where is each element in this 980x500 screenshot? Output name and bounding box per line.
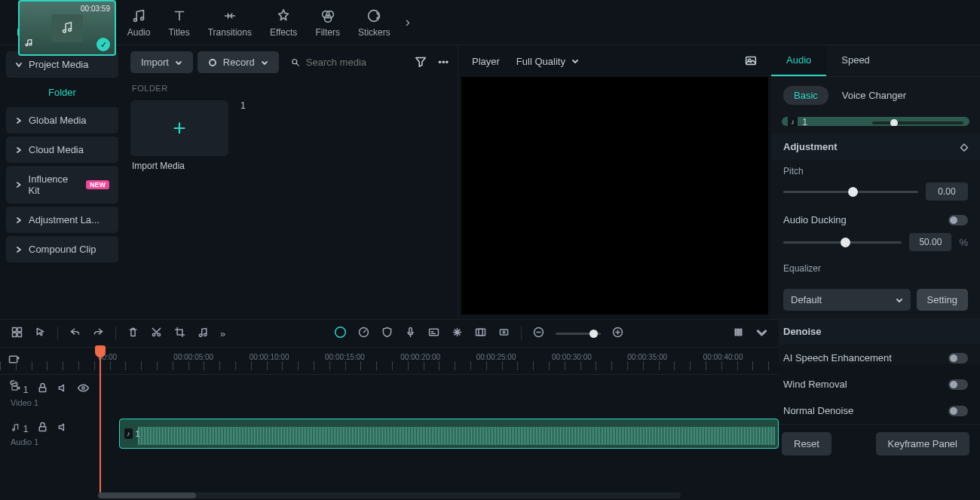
track-visibility-icon[interactable] <box>77 382 90 397</box>
ruler-mark: 00:00:35:00 <box>627 353 667 361</box>
tab-filters[interactable]: Filters <box>308 5 348 41</box>
video-track-icon: 1 <box>11 383 29 395</box>
select-tool-icon[interactable] <box>11 326 23 341</box>
filter-icon[interactable] <box>411 51 430 73</box>
sidebar-global-media[interactable]: Global Media <box>6 107 118 133</box>
pitch-slider[interactable] <box>783 191 918 193</box>
svg-rect-36 <box>476 329 485 336</box>
svg-point-9 <box>369 10 380 21</box>
audio-track-1: 1 Audio 1 ♪ 1 <box>6 414 779 453</box>
insert-icon[interactable] <box>498 326 510 341</box>
ducking-slider[interactable] <box>783 241 902 244</box>
wave-scrub-slider[interactable] <box>872 121 963 124</box>
timeline-scrollbar[interactable] <box>98 492 681 498</box>
redo-icon[interactable] <box>92 326 105 341</box>
audio-clip[interactable]: ♪ 1 <box>119 419 779 449</box>
tab-transitions[interactable]: Transitions <box>201 5 259 41</box>
audio-track-body[interactable]: ♪ 1 <box>101 419 779 449</box>
normal-denoise-toggle[interactable] <box>948 406 968 416</box>
track-height-icon[interactable] <box>732 326 745 341</box>
track-mute-icon[interactable] <box>57 382 69 397</box>
audio-waveform-preview[interactable]: ♪ 1 <box>782 117 969 126</box>
more-tools-icon[interactable]: » <box>220 328 225 339</box>
sidebar-folder[interactable]: Folder <box>6 81 118 104</box>
reset-button[interactable]: Reset <box>782 432 831 456</box>
pointer-tool-icon[interactable] <box>34 326 47 341</box>
snapshot-icon[interactable] <box>744 54 758 69</box>
equalizer-select[interactable]: Default <box>783 289 911 311</box>
zoom-out-icon[interactable] <box>532 326 545 341</box>
track-mute-icon[interactable] <box>57 421 69 436</box>
track-lock-icon[interactable] <box>36 421 49 436</box>
clip-duration: 00:03:59 <box>81 5 110 13</box>
shield-icon[interactable] <box>381 326 394 341</box>
sidebar-influence-kit-label: Influence Kit <box>29 173 80 196</box>
tab-audio[interactable]: Audio <box>120 5 158 41</box>
wind-removal-toggle[interactable] <box>948 379 968 390</box>
adjustment-section[interactable]: Adjustment ◇ <box>771 133 980 160</box>
import-media-card[interactable]: + Import Media <box>130 100 228 171</box>
timeline-ruler[interactable]: 00:00 00:00:05:00 00:00:10:00 00:00:15:0… <box>0 348 779 375</box>
search-input[interactable] <box>306 57 400 68</box>
sidebar-adjustment-layer[interactable]: Adjustment La... <box>6 207 118 233</box>
sidebar-influence-kit[interactable]: Influence Kit NEW <box>6 166 118 204</box>
tabs-overflow-icon[interactable]: › <box>406 14 410 30</box>
zoom-in-icon[interactable] <box>611 326 624 341</box>
zoom-slider[interactable] <box>556 333 601 335</box>
group-icon[interactable] <box>451 326 464 341</box>
pitch-value[interactable]: 0.00 <box>926 183 968 201</box>
left-sidebar: Project Media Folder Global Media Cloud … <box>0 45 124 364</box>
subtab-basic[interactable]: Basic <box>783 86 828 105</box>
mic-icon[interactable] <box>404 326 417 341</box>
search-media[interactable] <box>283 51 407 73</box>
subtab-voice-changer[interactable]: Voice Changer <box>842 90 906 101</box>
denoise-section[interactable]: Denoise <box>771 318 980 345</box>
undo-icon[interactable] <box>69 326 81 341</box>
tab-titles[interactable]: Titles <box>161 5 197 41</box>
audio-tool-icon[interactable] <box>197 326 210 341</box>
tab-stickers[interactable]: Stickers <box>351 5 398 41</box>
ducking-unit: % <box>959 237 968 248</box>
video-track-body[interactable] <box>101 379 779 410</box>
equalizer-value: Default <box>791 294 822 305</box>
keyframe-panel-button[interactable]: Keyframe Panel <box>876 432 970 456</box>
prop-tab-audio[interactable]: Audio <box>771 45 826 76</box>
playhead[interactable] <box>100 347 101 492</box>
record-button[interactable]: Record <box>198 51 279 73</box>
quality-value: Full Quality <box>516 56 565 67</box>
prop-tab-speed[interactable]: Speed <box>826 45 885 76</box>
ai-speech-toggle[interactable] <box>948 353 968 363</box>
svg-point-44 <box>82 387 84 389</box>
delete-icon[interactable] <box>127 326 139 341</box>
more-icon[interactable]: ••• <box>435 54 452 71</box>
track-lock-icon[interactable] <box>36 382 49 397</box>
tab-effects[interactable]: Effects <box>262 5 305 41</box>
crop-icon[interactable] <box>173 326 186 341</box>
svg-rect-37 <box>479 329 482 336</box>
svg-point-11 <box>210 60 216 66</box>
media-clip-card[interactable]: 00:03:59 ✓ 1 <box>239 100 246 171</box>
speed-tool-icon[interactable] <box>357 326 370 341</box>
ducking-toggle[interactable] <box>948 215 968 225</box>
svg-rect-46 <box>39 427 46 431</box>
track-options-icon[interactable] <box>755 326 768 341</box>
ai-tool-icon[interactable] <box>334 326 347 341</box>
player-viewport[interactable] <box>461 77 768 314</box>
normal-denoise-label: Normal Denoise <box>783 405 853 416</box>
cut-icon[interactable] <box>150 326 163 341</box>
captions-icon[interactable] <box>427 326 440 341</box>
video-track-1: 1 Video 1 <box>6 375 779 414</box>
quality-select[interactable]: Full Quality <box>510 54 585 69</box>
keyframe-diamond-icon[interactable]: ◇ <box>960 141 968 152</box>
sidebar-compound-clip[interactable]: Compound Clip <box>6 236 118 262</box>
check-icon: ✓ <box>96 38 110 51</box>
sidebar-global-media-label: Global Media <box>29 115 87 126</box>
ducking-value[interactable]: 50.00 <box>909 233 951 251</box>
sidebar-cloud-media[interactable]: Cloud Media <box>6 137 118 163</box>
frame-icon[interactable] <box>474 326 487 341</box>
equalizer-setting-button[interactable]: Setting <box>917 289 968 311</box>
svg-rect-35 <box>429 329 438 336</box>
ruler-mark: 00:00:05:00 <box>173 353 213 361</box>
svg-rect-27 <box>17 333 21 336</box>
import-button[interactable]: Import <box>130 51 193 73</box>
